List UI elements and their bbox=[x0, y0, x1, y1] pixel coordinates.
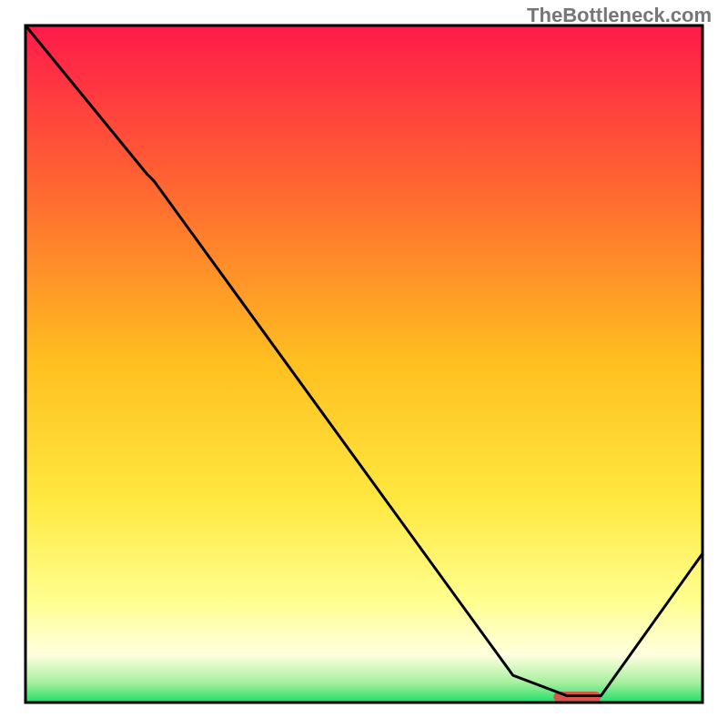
bottleneck-chart: TheBottleneck.com bbox=[0, 0, 728, 728]
plot-background bbox=[25, 25, 703, 703]
watermark-text: TheBottleneck.com bbox=[527, 4, 712, 27]
chart-svg bbox=[0, 0, 728, 728]
